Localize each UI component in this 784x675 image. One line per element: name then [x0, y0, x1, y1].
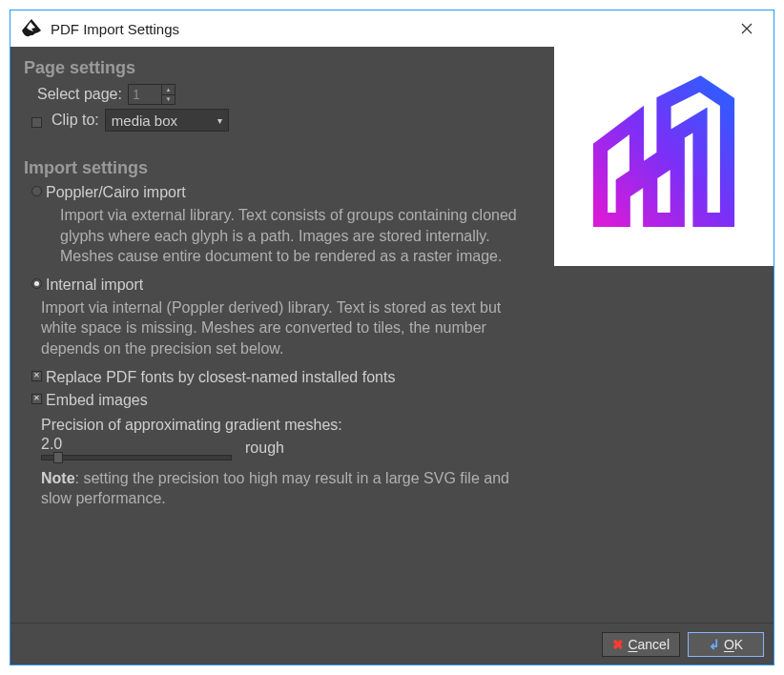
precision-label: Precision of approximating gradient mesh… [41, 417, 760, 434]
ok-button[interactable]: ↲ OK [688, 632, 764, 657]
ok-rest: K [734, 637, 743, 652]
precision-note: Note: setting the precision too high may… [41, 468, 537, 509]
select-page-input[interactable] [129, 85, 161, 104]
precision-slider-thumb[interactable] [53, 452, 63, 463]
precision-value: 2.0 [41, 436, 232, 453]
cancel-button[interactable]: ✖ Cancel [602, 632, 680, 657]
titlebar[interactable]: PDF Import Settings [10, 10, 774, 47]
close-button[interactable] [730, 11, 764, 46]
dialog-footer: ✖ Cancel ↲ OK [10, 623, 774, 665]
clip-to-value: media box [112, 112, 177, 129]
pdf-preview-pane [554, 47, 774, 266]
inkscape-app-icon [20, 17, 43, 40]
replace-fonts-checkbox[interactable] [31, 371, 42, 381]
internal-import-label: Internal import [46, 276, 143, 294]
poppler-cairo-label: Poppler/Cairo import [46, 184, 186, 201]
clip-to-combobox[interactable]: media box ▾ [105, 109, 229, 132]
precision-hint: rough [245, 440, 284, 457]
spin-buttons[interactable]: ▲▼ [161, 85, 175, 104]
poppler-cairo-description: Import via external library. Text consis… [60, 205, 547, 267]
select-page-spinbox[interactable]: ▲▼ [128, 84, 175, 105]
embed-images-checkbox[interactable] [31, 394, 42, 404]
poppler-cairo-radio[interactable] [31, 186, 42, 196]
cancel-rest: ancel [638, 637, 670, 652]
clip-to-label: Clip to: [52, 112, 99, 129]
dialog-window: PDF Import Settings Page se [10, 10, 774, 665]
dialog-content: Page settings Select page: ▲▼ Clip to: m… [10, 47, 774, 623]
dialog-body: Page settings Select page: ▲▼ Clip to: m… [10, 47, 774, 665]
replace-fonts-label: Replace PDF fonts by closest-named insta… [46, 369, 395, 386]
internal-import-radio[interactable] [31, 278, 42, 289]
internal-import-description: Import via internal (Poppler derived) li… [41, 297, 527, 359]
window-title: PDF Import Settings [51, 21, 730, 37]
cancel-icon: ✖ [612, 637, 624, 652]
precision-slider[interactable] [41, 455, 232, 460]
ok-icon: ↲ [709, 637, 720, 652]
embed-images-label: Embed images [46, 392, 148, 409]
clip-to-checkbox[interactable] [31, 117, 42, 128]
select-page-label: Select page: [37, 86, 122, 103]
chevron-down-icon: ▾ [217, 115, 222, 126]
